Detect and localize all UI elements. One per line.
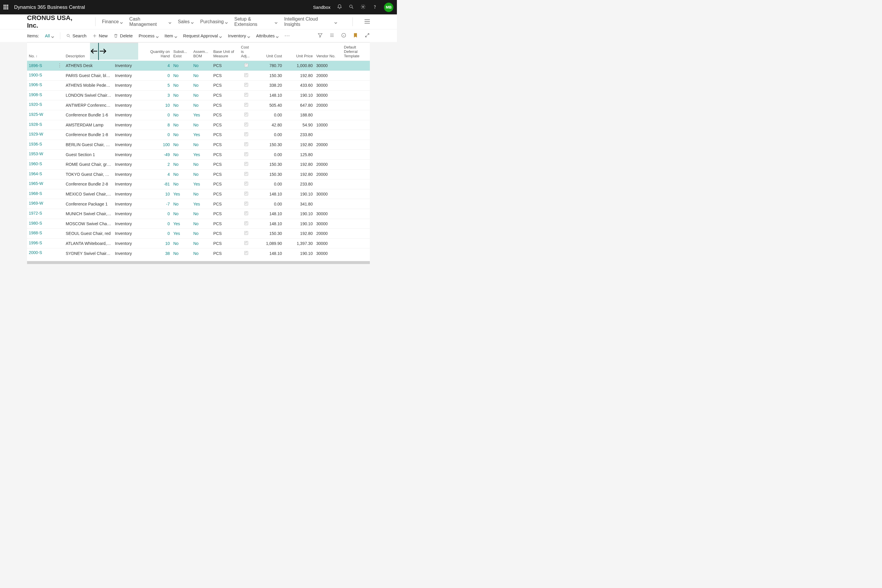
cell-vendor[interactable] [315, 110, 342, 120]
cell-vendor[interactable]: 30000 [315, 61, 342, 71]
expand-icon[interactable] [364, 33, 370, 39]
cell-substitutes[interactable]: No [171, 120, 191, 130]
user-avatar[interactable]: MB [384, 3, 393, 12]
cell-assembly-bom[interactable]: No [191, 170, 212, 179]
cell-assembly-bom[interactable]: No [191, 61, 212, 71]
cell-qty[interactable]: -7 [141, 199, 172, 209]
cell-substitutes[interactable]: No [171, 179, 191, 189]
table-row[interactable]: 1920-SANTWERP Conference T...Inventory10… [27, 100, 370, 110]
cell-no[interactable]: 1968-S [27, 189, 64, 198]
cell-no[interactable]: 1965-W [27, 179, 64, 188]
cell-description[interactable]: Conference Package 1 [64, 199, 113, 209]
delete-action[interactable]: Delete [114, 33, 133, 38]
cell-no[interactable]: 1996-S [27, 239, 64, 247]
row-actions-icon[interactable]: ⋮ [57, 63, 62, 68]
cell-description[interactable]: PARIS Guest Chair, black [64, 70, 113, 81]
col-header-base-uom[interactable]: Base Unit of Measure [212, 43, 239, 61]
cell-substitutes[interactable]: No [171, 90, 191, 100]
cell-qty[interactable]: -49 [141, 150, 172, 160]
cell-vendor[interactable]: 30000 [315, 248, 342, 258]
table-row[interactable]: 1972-SMUNICH Swivel Chair, y...Inventory… [27, 209, 370, 219]
cell-no[interactable]: 1908-S [27, 90, 64, 99]
table-row[interactable]: 1928-SAMSTERDAM LampInventory8NoNoPCS42.… [27, 120, 370, 130]
cell-vendor[interactable]: 20000 [315, 159, 342, 170]
cell-no[interactable]: 1969-W [27, 199, 64, 207]
item-menu[interactable]: Item [165, 33, 177, 38]
help-icon[interactable] [372, 4, 378, 10]
cell-assembly-bom[interactable]: No [191, 90, 212, 100]
cell-vendor[interactable] [315, 179, 342, 189]
cell-substitutes[interactable]: No [171, 100, 191, 110]
process-menu[interactable]: Process [138, 33, 159, 38]
menu-icon[interactable] [364, 20, 370, 24]
cell-qty[interactable]: 10 [141, 189, 172, 199]
cell-description[interactable]: ROME Guest Chair, green [64, 159, 113, 170]
nav-sales[interactable]: Sales [178, 19, 194, 24]
cell-substitutes[interactable]: No [171, 110, 191, 120]
more-actions[interactable]: ··· [285, 33, 290, 38]
filter-all[interactable]: All [45, 33, 54, 38]
cell-substitutes[interactable]: No [171, 248, 191, 258]
col-header-substitutes[interactable]: Substi... Exist [171, 43, 191, 61]
cell-vendor[interactable]: 20000 [315, 140, 342, 150]
cell-assembly-bom[interactable]: No [191, 248, 212, 258]
col-header-qty[interactable]: Quantity on Hand [141, 43, 172, 61]
table-row[interactable]: 1953-WGuest Section 1Inventory-49NoYesPC… [27, 150, 370, 160]
cell-description[interactable]: MOSCOW Swivel Chair, ... [64, 219, 113, 229]
cell-description[interactable]: ATHENS Desk [64, 61, 113, 71]
cell-qty[interactable]: 2 [141, 159, 172, 170]
cell-substitutes[interactable]: No [171, 61, 191, 71]
cell-qty[interactable]: 38 [141, 248, 172, 258]
cell-no[interactable]: 1960-S [27, 160, 64, 168]
table-row[interactable]: 1968-SMEXICO Swivel Chair, bl...Inventor… [27, 189, 370, 199]
table-row[interactable]: 1960-SROME Guest Chair, greenInventory2N… [27, 159, 370, 170]
cell-description[interactable]: Conference Bundle 2-8 [64, 179, 113, 189]
cell-description[interactable]: TOKYO Guest Chair, blue [64, 170, 113, 179]
cell-no[interactable]: 1928-S [27, 120, 64, 129]
cell-description[interactable]: SYDNEY Swivel Chair, gr... [64, 248, 113, 258]
cell-no[interactable]: 1900-S [27, 71, 64, 79]
table-row[interactable]: 2000-SSYDNEY Swivel Chair, gr...Inventor… [27, 248, 370, 258]
cell-assembly-bom[interactable]: No [191, 189, 212, 199]
cell-assembly-bom[interactable]: Yes [191, 179, 212, 189]
cell-vendor[interactable]: 30000 [315, 219, 342, 229]
cell-vendor[interactable]: 20000 [315, 170, 342, 179]
table-row[interactable]: 1929-WConference Bundle 1-8Inventory0NoY… [27, 130, 370, 140]
cell-qty[interactable]: 100 [141, 140, 172, 150]
col-header-deferral[interactable]: Default Deferral Template [342, 43, 370, 61]
table-row[interactable]: 1996-SATLANTA Whiteboard, b...Inventory1… [27, 238, 370, 248]
cell-qty[interactable]: 10 [141, 100, 172, 110]
cell-assembly-bom[interactable]: Yes [191, 199, 212, 209]
table-row[interactable]: 1936-SBERLIN Guest Chair, yell...Invento… [27, 140, 370, 150]
cell-vendor[interactable]: 30000 [315, 189, 342, 199]
nav-setup-extensions[interactable]: Setup & Extensions [234, 16, 278, 27]
cell-qty[interactable]: 3 [141, 90, 172, 100]
cell-substitutes[interactable]: No [171, 159, 191, 170]
col-header-unit-price[interactable]: Unit Price [284, 43, 315, 61]
table-row[interactable]: 1900-SPARIS Guest Chair, blackInventory0… [27, 70, 370, 81]
cell-description[interactable]: ATHENS Mobile Pedestal [64, 81, 113, 90]
cell-assembly-bom[interactable]: No [191, 159, 212, 170]
horizontal-scrollbar[interactable] [27, 261, 370, 264]
cell-description[interactable]: ATLANTA Whiteboard, b... [64, 238, 113, 248]
cell-no[interactable]: 1929-W [27, 130, 64, 138]
cell-qty[interactable]: 4 [141, 61, 172, 71]
cell-no[interactable]: 1925-W [27, 110, 64, 118]
cell-qty[interactable]: 8 [141, 120, 172, 130]
filter-pane-icon[interactable] [318, 33, 323, 39]
col-header-cost-adjusted[interactable]: Cost is Adj... [239, 43, 253, 61]
cell-substitutes[interactable]: Yes [171, 229, 191, 239]
cell-assembly-bom[interactable]: No [191, 120, 212, 130]
cell-no[interactable]: 2000-S [27, 248, 64, 256]
bookmark-icon[interactable] [353, 33, 358, 39]
table-row[interactable]: 1964-STOKYO Guest Chair, blueInventory4N… [27, 170, 370, 179]
cell-qty[interactable]: -81 [141, 179, 172, 189]
cell-assembly-bom[interactable]: No [191, 238, 212, 248]
col-header-unit-cost[interactable]: Unit Cost [253, 43, 284, 61]
cell-assembly-bom[interactable]: No [191, 140, 212, 150]
cell-description[interactable]: SEOUL Guest Chair, red [64, 229, 113, 239]
cell-no[interactable]: 1972-S [27, 209, 64, 217]
cell-description[interactable]: ANTWERP Conference T... [64, 100, 113, 110]
cell-no[interactable]: 1964-S [27, 170, 64, 178]
cell-vendor[interactable]: 20000 [315, 229, 342, 239]
